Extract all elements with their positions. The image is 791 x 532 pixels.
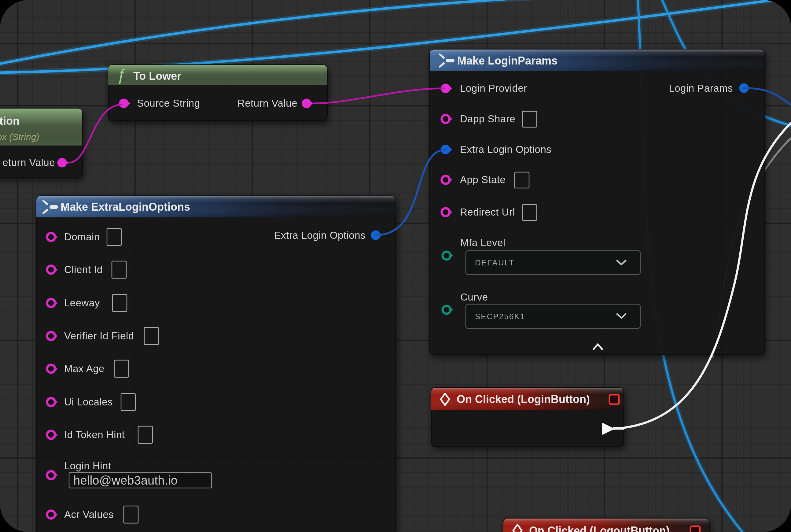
svg-text:Max Age: Max Age — [64, 363, 104, 374]
svg-text:Extra Login Options: Extra Login Options — [460, 144, 552, 155]
svg-text:Login Hint: Login Hint — [64, 460, 111, 472]
svg-text:Extra Login Options: Extra Login Options — [274, 230, 366, 241]
svg-text:Make LoginParams: Make LoginParams — [457, 54, 558, 67]
svg-text:App State: App State — [460, 174, 505, 185]
svg-text:SECP256K1: SECP256K1 — [475, 312, 525, 321]
svg-text:Acr Values: Acr Values — [64, 509, 114, 520]
svg-text:Redirect Url: Redirect Url — [460, 206, 515, 218]
svg-text:hello@web3auth.io: hello@web3auth.io — [73, 474, 178, 487]
svg-text:eturn Value: eturn Value — [2, 157, 55, 168]
svg-text:Id Token Hint: Id Token Hint — [64, 429, 125, 440]
svg-text:Return Value: Return Value — [237, 97, 297, 109]
svg-text:Domain: Domain — [64, 231, 100, 243]
svg-text:Mfa Level: Mfa Level — [460, 237, 505, 248]
svg-text:Make ExtraLoginOptions: Make ExtraLoginOptions — [60, 201, 190, 213]
svg-text:Source String: Source String — [137, 97, 200, 109]
svg-text:Dapp Share: Dapp Share — [460, 113, 515, 125]
svg-text:Client Id: Client Id — [64, 264, 103, 275]
svg-text:Verifier Id Field: Verifier Id Field — [64, 330, 134, 342]
svg-text:On Clicked (LoginButton): On Clicked (LoginButton) — [457, 393, 590, 405]
svg-text:To Lower: To Lower — [133, 70, 181, 82]
svg-text:tion: tion — [0, 115, 20, 127]
svg-text:Login Provider: Login Provider — [460, 82, 527, 94]
svg-text:Leeway: Leeway — [64, 297, 100, 308]
svg-text:Curve: Curve — [460, 291, 488, 303]
svg-text:ƒ: ƒ — [117, 66, 126, 84]
svg-text:Login Params: Login Params — [669, 82, 733, 94]
svg-text:On Clicked (LogoutButton): On Clicked (LogoutButton) — [529, 524, 670, 532]
svg-text:DEFAULT: DEFAULT — [475, 258, 515, 267]
svg-text:Ui Locales: Ui Locales — [64, 396, 113, 407]
svg-text:ox (String): ox (String) — [0, 132, 39, 142]
